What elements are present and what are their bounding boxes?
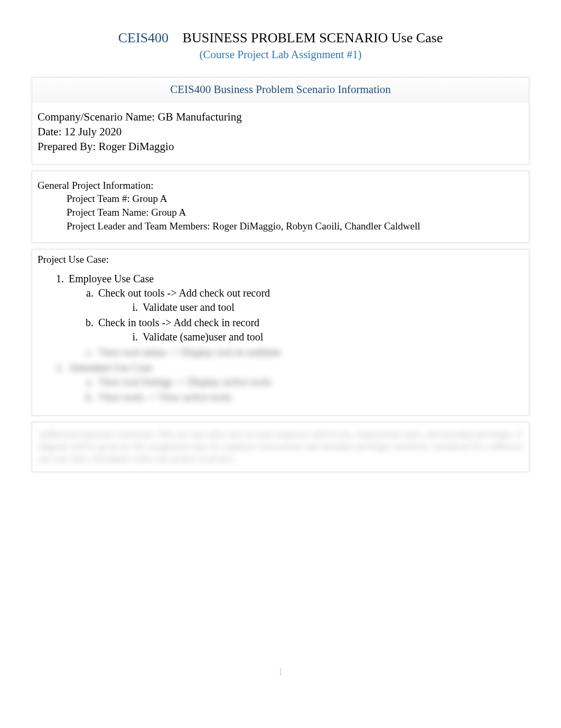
- gpi-team-num: Project Team #: Group A: [38, 192, 523, 206]
- use-case-list: Employee Use Case Check out tools -> Add…: [38, 272, 523, 404]
- use-case-1a: Check out tools -> Add check out record …: [96, 286, 523, 315]
- gpi-team-name-value: Group A: [151, 207, 186, 218]
- footer-blurred-text: Additional important comments: This use …: [32, 422, 529, 472]
- use-case-1a-text: Check out tools -> Add check out record: [98, 287, 270, 299]
- gpi-team-name-label: Project Team Name:: [67, 207, 149, 218]
- gpi-team-name: Project Team Name: Group A: [38, 206, 523, 219]
- use-case-1b: Check in tools -> Add check in record Va…: [96, 316, 523, 344]
- header-title-line: CEIS400 BUSINESS PROBLEM SCENARIO Use Ca…: [32, 29, 529, 47]
- gpi-leader: Project Leader and Team Members: Roger D…: [38, 219, 523, 233]
- footer-box-blurred: Additional important comments: This use …: [32, 422, 529, 472]
- use-case-2a: View tool listings -> Display active too…: [96, 375, 523, 389]
- gpi-leader-label: Project Leader and Team Members:: [67, 220, 210, 232]
- gpi-team-num-label: Project Team #:: [67, 193, 130, 204]
- scenario-info-heading: CEIS400 Business Problem Scenario Inform…: [32, 78, 529, 102]
- gpi-leader-value: Roger DiMaggio, Robyn Caoili, Chandler C…: [212, 220, 420, 232]
- prepared-label: Prepared By:: [38, 140, 96, 153]
- use-case-1a-i: Validate user and tool: [141, 300, 523, 315]
- use-case-1a-sublist: Validate user and tool: [98, 300, 523, 315]
- use-case-2b: View tools -> View active tools: [96, 390, 523, 404]
- use-case-1-title: Employee Use Case: [69, 273, 154, 284]
- use-case-1-sublist: Check out tools -> Add check out record …: [69, 286, 523, 360]
- prepared-value: Roger DiMaggio: [98, 140, 174, 153]
- use-case-1b-i: Validate (same)user and tool: [141, 330, 523, 344]
- scenario-info-box: CEIS400 Business Problem Scenario Inform…: [32, 77, 529, 164]
- document-title: BUSINESS PROBLEM SCENARIO Use Case: [183, 30, 443, 45]
- use-case-box: Project Use Case: Employee Use Case Chec…: [32, 249, 529, 416]
- use-case-2-title: Attendant Use Case: [69, 362, 153, 373]
- use-case-heading: Project Use Case:: [38, 253, 523, 266]
- document-header: CEIS400 BUSINESS PROBLEM SCENARIO Use Ca…: [32, 29, 529, 61]
- document-subtitle: (Course Project Lab Assignment #1): [32, 48, 529, 61]
- gpi-heading: General Project Information:: [38, 179, 523, 192]
- course-code: CEIS400: [118, 30, 169, 45]
- use-case-item-2-blurred: Attendant Use Case View tool listings ->…: [67, 361, 523, 404]
- gpi-team-num-value: Group A: [132, 193, 167, 204]
- use-case-2-sublist: View tool listings -> Display active too…: [69, 375, 523, 404]
- prepared-line: Prepared By: Roger DiMaggio: [38, 139, 523, 154]
- general-project-info-box: General Project Information: Project Tea…: [32, 171, 529, 243]
- scenario-info-body: Company/Scenario Name: GB Manufacturing …: [32, 102, 529, 164]
- date-label: Date:: [38, 125, 61, 138]
- company-label: Company/Scenario Name:: [38, 110, 155, 123]
- company-value: GB Manufacturing: [157, 110, 241, 123]
- date-value: 12 July 2020: [64, 125, 122, 138]
- page-number: 1: [0, 667, 561, 678]
- use-case-1c-blurred: View tool status -> Display tool in real…: [96, 345, 523, 360]
- date-line: Date: 12 July 2020: [38, 124, 523, 139]
- use-case-body: Project Use Case: Employee Use Case Chec…: [32, 250, 529, 415]
- use-case-item-1: Employee Use Case Check out tools -> Add…: [67, 272, 523, 360]
- use-case-1b-text: Check in tools -> Add check in record: [98, 317, 259, 328]
- use-case-1b-sublist: Validate (same)user and tool: [98, 330, 523, 344]
- gpi-body: General Project Information: Project Tea…: [32, 171, 529, 243]
- company-line: Company/Scenario Name: GB Manufacturing: [38, 109, 523, 124]
